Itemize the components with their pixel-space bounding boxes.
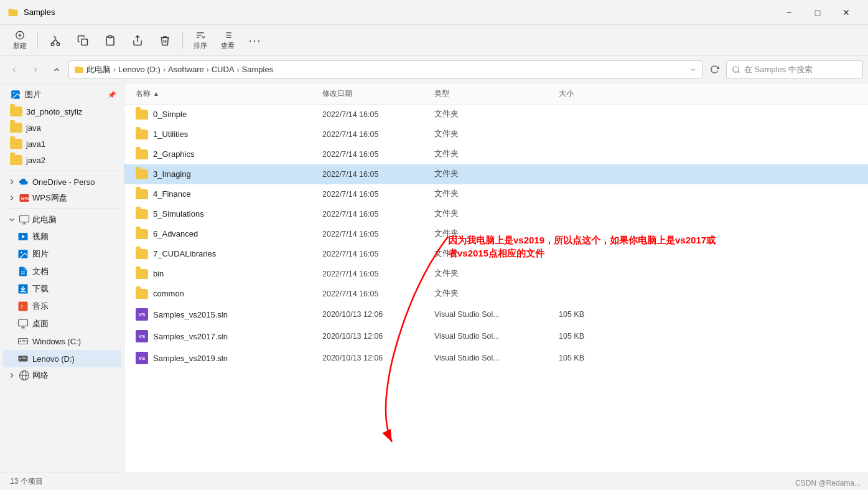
sidebar-label-photos: 图片 [25,89,41,100]
refresh-button[interactable] [705,60,724,79]
copy-button[interactable] [70,28,95,53]
sidebar-item-docs[interactable]: 文档 [2,263,121,280]
table-row[interactable]: 1_Utilities 2022/7/14 16:05 文件夹 [124,125,868,144]
sidebar-item-photos[interactable]: 图片 📌 [2,86,121,103]
onedrive-icon [19,176,30,187]
downloads-icon [17,283,29,294]
svg-point-48 [19,358,21,359]
paste-button[interactable] [98,28,123,53]
breadcrumb: 此电脑 › Lenovo (D:) › Asoftware › CUDA › S… [86,64,273,75]
file-name-cell: 4_Finance [134,186,321,202]
table-row[interactable]: VS Samples_vs2017.sln 2020/10/13 12:06 V… [124,326,868,347]
sidebar-item-3dphoto[interactable]: 3d_photo_styliz [2,103,121,120]
header-size[interactable]: 大小 [558,86,620,101]
photos-icon [10,89,21,100]
close-button[interactable]: ✕ [832,2,861,22]
file-type-cell: 文件夹 [433,126,558,143]
folder-icon [136,169,148,179]
sidebar-label-pictures: 图片 [32,248,49,260]
new-button[interactable]: 新建 [7,28,32,53]
sidebar-label-java: java [26,123,41,133]
sidebar-item-desktop[interactable]: 桌面 [2,315,121,332]
file-date-cell: 2022/7/14 16:05 [321,187,433,202]
file-name: Samples_vs2015.sln [153,310,228,319]
file-size-cell [558,111,620,118]
sidebar-item-video[interactable]: 视频 [2,228,121,245]
folder-icon [136,149,148,159]
chevron-down-icon-thispc [7,215,16,224]
file-area: 名称 ▲ 修改日期 类型 大小 0_Simple 2022/7/14 16:05… [124,83,868,473]
up-button[interactable] [47,60,66,79]
header-date[interactable]: 修改日期 [321,86,433,101]
table-row[interactable]: common 2022/7/14 16:05 文件夹 [124,284,868,304]
folder-icon-3d [10,106,22,116]
file-size-cell [558,231,620,237]
file-type-cell: Visual Studio Sol... [433,307,558,322]
folder-icon [136,289,148,299]
sidebar-label-java1: java1 [26,139,45,149]
address-bar[interactable]: 此电脑 › Lenovo (D:) › Asoftware › CUDA › S… [68,60,702,79]
sidebar: 图片 📌 3d_photo_styliz java java1 java2 On… [0,83,124,473]
toolbar-separator [37,32,38,49]
table-row[interactable]: VS Samples_vs2015.sln 2020/10/13 12:06 V… [124,304,868,326]
file-type-cell: 文件夹 [433,205,558,222]
header-type[interactable]: 类型 [433,86,558,101]
main-layout: 图片 📌 3d_photo_styliz java java1 java2 On… [0,83,868,473]
sidebar-item-java2[interactable]: java2 [2,152,121,168]
header-name[interactable]: 名称 ▲ [134,86,321,101]
svg-text:♫: ♫ [20,304,24,309]
docs-icon [17,266,29,277]
back-button[interactable] [5,60,24,79]
svg-rect-40 [19,319,28,326]
sidebar-item-wps[interactable]: WPS WPS网盘 [2,190,121,206]
table-row[interactable]: VS Samples_vs2019.sln 2020/10/13 12:06 V… [124,347,868,369]
file-date-cell: 2020/10/13 12:06 [321,307,433,322]
table-row[interactable]: 0_Simple 2022/7/14 16:05 文件夹 [124,105,868,125]
forward-button[interactable] [26,60,45,79]
sidebar-item-java1[interactable]: java1 [2,136,121,152]
folder-icon-java [10,123,22,133]
svg-text:WPS: WPS [21,197,30,200]
sidebar-item-network[interactable]: 网络 [2,367,121,384]
file-name-cell: 0_Simple [134,106,321,123]
table-row[interactable]: 7_CUDALibraries 2022/7/14 16:05 文件夹 [124,244,868,264]
sidebar-item-winC[interactable]: Windows (C:) [2,332,121,350]
table-row[interactable]: 4_Finance 2022/7/14 16:05 文件夹 [124,184,868,204]
sidebar-item-java[interactable]: java [2,120,121,136]
minimize-button[interactable]: − [775,2,803,22]
driveC-icon [17,336,29,347]
sidebar-item-lenovoD[interactable]: Lenovo (D:) [2,350,121,367]
svg-line-6 [55,39,58,43]
table-row[interactable]: 3_Imaging 2022/7/14 16:05 文件夹 [124,164,868,184]
status-bar: 13 个项目 [0,473,868,490]
chevron-right-icon-wps [7,194,16,202]
sidebar-item-pictures[interactable]: 图片 [2,245,121,263]
svg-line-5 [52,39,55,43]
maximize-button[interactable]: □ [803,2,832,22]
svg-point-20 [733,66,739,72]
more-button[interactable]: ··· [243,28,268,53]
delete-button[interactable] [152,28,177,53]
file-size-cell [558,251,620,257]
sidebar-item-thispc[interactable]: 此电脑 [2,212,121,228]
cut-button[interactable] [43,28,68,53]
search-bar[interactable]: 在 Samples 中搜索 [726,60,863,79]
file-size-cell [558,151,620,158]
pin-icon: 📌 [108,91,116,99]
table-row[interactable]: 6_Advanced 2022/7/14 16:05 文件夹 [124,224,868,244]
share-button[interactable] [125,28,150,53]
sort-arrow-icon: ▲ [153,90,159,97]
sort-button[interactable]: 排序 [188,28,213,53]
table-row[interactable]: 5_Simulations 2022/7/14 16:05 文件夹 [124,204,868,224]
view-button[interactable]: 查看 [215,28,240,53]
sidebar-item-music[interactable]: ♫ 音乐 [2,298,121,315]
table-row[interactable]: 2_Graphics 2022/7/14 16:05 文件夹 [124,144,868,164]
table-row[interactable]: bin 2022/7/14 16:05 文件夹 [124,264,868,284]
file-name: 5_Simulations [153,209,204,219]
sidebar-item-onedrive[interactable]: OneDrive - Perso [2,174,121,190]
sidebar-item-downloads[interactable]: 下载 [2,280,121,298]
folder-icon [136,110,148,120]
file-type-cell: 文件夹 [433,146,558,163]
sidebar-label-desktop: 桌面 [32,318,49,329]
pictures-icon [17,248,29,260]
